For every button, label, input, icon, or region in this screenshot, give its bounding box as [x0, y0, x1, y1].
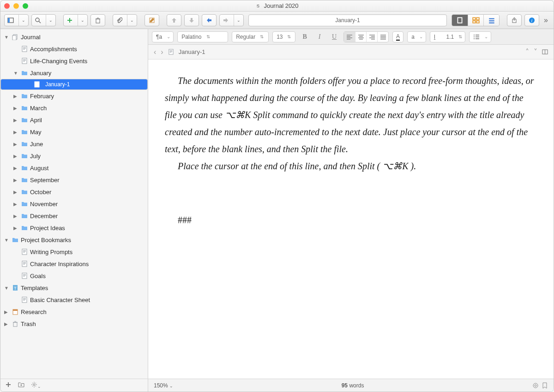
font-weight-select[interactable]: Regular⇅ — [232, 31, 269, 42]
binder-item-july[interactable]: ▶July — [0, 150, 148, 162]
toolbar-overflow[interactable]: » — [542, 16, 550, 24]
binder-item-april[interactable]: ▶April — [0, 114, 148, 126]
binder-item-label: January-1 — [45, 81, 70, 88]
align-justify[interactable] — [377, 32, 388, 42]
text-icon — [33, 81, 41, 88]
binder-item-project-ideas[interactable]: ▶Project Ideas — [0, 222, 148, 234]
history-back[interactable]: ‹ — [154, 48, 156, 56]
line-spacing-label: 1.1 — [446, 34, 454, 40]
disclosure-triangle[interactable]: ▶ — [13, 130, 19, 135]
view-document[interactable] — [452, 15, 468, 26]
binder-item-character-inspirations[interactable]: Character Inspirations — [0, 258, 148, 270]
binder-item-january[interactable]: ▼January — [0, 67, 148, 79]
inspector-button[interactable] — [524, 14, 539, 26]
binder-item-writing-prompts[interactable]: Writing Prompts — [0, 246, 148, 258]
nav-down-button[interactable] — [184, 14, 199, 26]
view-corkboard[interactable] — [468, 15, 483, 26]
highlight-button[interactable]: a⌄ — [407, 31, 426, 42]
binder-item-november[interactable]: ▶November — [0, 198, 148, 210]
disclosure-triangle[interactable]: ▼ — [13, 71, 19, 76]
font-size-label: 13 — [277, 34, 283, 40]
binder-item-may[interactable]: ▶May — [0, 126, 148, 138]
compose-button[interactable] — [145, 14, 159, 26]
disclosure-triangle[interactable]: ▶ — [13, 178, 19, 183]
font-size-select[interactable]: 13⇅ — [272, 31, 295, 42]
add-button[interactable]: ⌄ — [63, 14, 88, 26]
disclosure-triangle[interactable]: ▶ — [13, 94, 19, 99]
binder-add-button[interactable] — [5, 381, 12, 389]
disclosure-triangle[interactable]: ▼ — [4, 285, 10, 291]
disclosure-triangle[interactable]: ▶ — [13, 106, 19, 111]
binder-item-accomplishments[interactable]: Accomplishments — [0, 43, 148, 55]
disclosure-triangle[interactable]: ▶ — [13, 214, 19, 219]
share-button[interactable] — [507, 14, 522, 26]
disclosure-triangle[interactable]: ▼ — [4, 238, 10, 243]
binder-item-trash[interactable]: ▶Trash — [0, 318, 148, 330]
list-style-select[interactable]: ⌄ — [469, 31, 491, 42]
trash-button[interactable] — [90, 14, 105, 26]
target-icon[interactable] — [532, 382, 539, 389]
document-address[interactable]: January-1 — [248, 14, 447, 26]
binder-item-january-1[interactable]: January-1 — [0, 79, 148, 90]
zoom-level[interactable]: 150% ⌄ — [154, 382, 173, 389]
disclosure-triangle[interactable]: ▼ — [4, 35, 10, 40]
text-plus-icon — [21, 296, 28, 303]
binder-newfolder-button[interactable] — [18, 381, 24, 389]
italic-button[interactable]: I — [314, 31, 325, 42]
compose-icon — [149, 17, 155, 24]
binder-item-life-changing-events[interactable]: Life-Changing Events — [0, 55, 148, 67]
disclosure-triangle[interactable]: ▶ — [13, 118, 19, 123]
disclosure-triangle[interactable]: ▶ — [13, 226, 19, 231]
next-doc[interactable]: ˅ — [534, 48, 537, 56]
binder-item-august[interactable]: ▶August — [0, 162, 148, 174]
binder-item-label: December — [30, 213, 58, 220]
nav-up-button[interactable] — [167, 14, 181, 26]
attach-button[interactable]: ⌄ — [113, 14, 137, 26]
disclosure-triangle[interactable]: ▶ — [4, 309, 10, 315]
disclosure-triangle[interactable]: ▶ — [13, 202, 19, 207]
binder-item-march[interactable]: ▶March — [0, 102, 148, 114]
new-folder-icon — [18, 381, 24, 388]
underline-button[interactable]: U — [329, 31, 340, 42]
disclosure-triangle[interactable]: ▶ — [4, 321, 10, 327]
nav-back-button[interactable] — [202, 14, 217, 26]
font-family-select[interactable]: Palatino⇅ — [177, 31, 228, 42]
bookmark-icon[interactable] — [542, 382, 548, 389]
binder-item-project-bookmarks[interactable]: ▼Project Bookmarks — [0, 234, 148, 246]
search-button[interactable]: ⌄ — [31, 14, 56, 26]
binder-item-research[interactable]: ▶Research — [0, 306, 148, 318]
bold-button[interactable]: B — [299, 31, 310, 42]
binder-item-templates[interactable]: ▼Templates — [0, 282, 148, 294]
disclosure-triangle[interactable]: ▶ — [13, 166, 19, 171]
binder-item-december[interactable]: ▶December — [0, 210, 148, 222]
binder-item-february[interactable]: ▶February — [0, 90, 148, 102]
binder-tree[interactable]: ▼JournalAccomplishmentsLife-Changing Eve… — [0, 29, 148, 379]
binder-item-october[interactable]: ▶October — [0, 186, 148, 198]
disclosure-triangle[interactable]: ▶ — [13, 154, 19, 159]
binder-toggle[interactable]: ⌄ — [4, 14, 29, 26]
align-center[interactable] — [355, 32, 366, 42]
binder-item-label: Accomplishments — [30, 46, 77, 53]
line-spacing-select[interactable]: I 1.1⇅ — [430, 31, 465, 42]
titlebar: Journal 2020 — [0, 0, 554, 12]
word-count[interactable]: 95 words — [342, 382, 364, 389]
disclosure-triangle[interactable]: ▶ — [13, 190, 19, 195]
split-editor-icon[interactable] — [542, 49, 548, 55]
disclosure-triangle[interactable]: ▶ — [13, 142, 19, 147]
align-right[interactable] — [366, 32, 377, 42]
binder-item-september[interactable]: ▶September — [0, 174, 148, 186]
history-forward[interactable]: › — [161, 48, 163, 56]
prev-doc[interactable]: ˄ — [525, 48, 529, 56]
binder-item-goals[interactable]: Goals — [0, 270, 148, 282]
binder-item-june[interactable]: ▶June — [0, 138, 148, 150]
text-color-button[interactable]: A — [392, 31, 403, 42]
paragraph-style-select[interactable]: ¶a⌄ — [152, 31, 174, 42]
binder-item-journal[interactable]: ▼Journal — [0, 31, 148, 43]
word-count-number: 95 — [342, 382, 348, 389]
view-outline[interactable] — [483, 15, 499, 26]
binder-item-basic-character-sheet[interactable]: Basic Character Sheet — [0, 294, 148, 306]
binder-actions-button[interactable]: ⌄ — [31, 381, 41, 389]
align-left[interactable] — [344, 32, 355, 42]
document-body[interactable]: The documents within the month folders o… — [148, 59, 554, 379]
nav-forward-button[interactable]: ⌄ — [219, 14, 244, 26]
